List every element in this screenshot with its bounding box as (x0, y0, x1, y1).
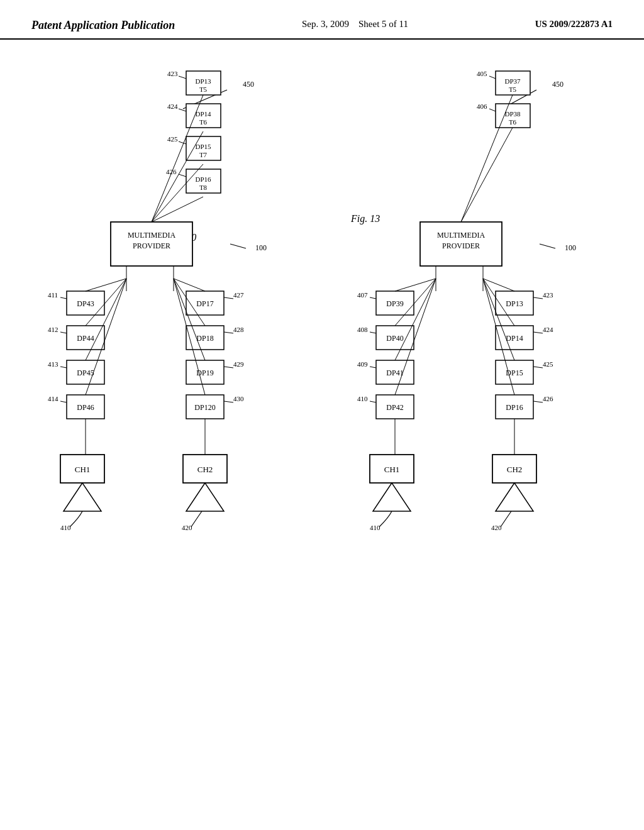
publication-title: Patent Application Publication (31, 19, 175, 32)
main-content: Fig. 10 450 DP13 T5 423 DP14 T6 424 DP15… (0, 40, 644, 813)
svg-text:DP45: DP45 (77, 368, 94, 377)
svg-text:DP16: DP16 (506, 403, 523, 412)
svg-text:425: 425 (543, 360, 553, 368)
svg-line-80 (152, 197, 203, 222)
svg-marker-139 (496, 483, 533, 511)
svg-text:DP18: DP18 (196, 334, 213, 343)
svg-text:DP38: DP38 (504, 110, 521, 118)
svg-line-7 (179, 76, 186, 79)
svg-text:423: 423 (167, 70, 178, 77)
svg-line-35 (60, 332, 67, 333)
svg-line-117 (370, 401, 376, 402)
svg-line-133 (533, 401, 543, 402)
svg-text:DP15: DP15 (195, 143, 211, 150)
svg-text:T6: T6 (509, 118, 517, 126)
svg-text:414: 414 (48, 395, 58, 402)
svg-marker-65 (186, 483, 224, 511)
svg-text:DP16: DP16 (195, 175, 211, 183)
svg-line-55 (224, 367, 233, 368)
svg-text:Fig. 13: Fig. 13 (350, 213, 380, 224)
svg-line-98 (540, 244, 555, 248)
svg-text:420: 420 (491, 524, 502, 531)
svg-text:CH2: CH2 (507, 465, 523, 474)
svg-text:410: 410 (60, 524, 71, 531)
svg-line-109 (370, 332, 376, 333)
sheet-info: Sheet 5 of 11 (358, 19, 408, 29)
svg-line-39 (60, 367, 67, 368)
svg-text:DP46: DP46 (77, 403, 94, 412)
svg-text:T5: T5 (509, 86, 517, 93)
svg-text:DP13: DP13 (195, 77, 211, 85)
svg-line-113 (370, 367, 376, 368)
svg-text:T6: T6 (199, 118, 208, 126)
fig10-svg: Fig. 10 450 DP13 T5 423 DP14 T6 424 DP15… (29, 52, 306, 807)
svg-line-24 (230, 244, 246, 248)
svg-text:100: 100 (565, 243, 576, 252)
patent-number: US 2009/222873 A1 (535, 19, 613, 30)
page-header: Patent Application Publication Sep. 3, 2… (0, 0, 644, 40)
svg-line-105 (370, 297, 376, 299)
svg-text:411: 411 (48, 291, 58, 299)
svg-text:426: 426 (543, 395, 553, 402)
svg-text:425: 425 (167, 135, 178, 143)
svg-line-47 (224, 297, 233, 299)
svg-line-121 (533, 297, 543, 299)
svg-line-22 (179, 174, 186, 177)
svg-line-59 (224, 401, 233, 402)
svg-text:DP39: DP39 (386, 299, 403, 308)
svg-text:PROVIDER: PROVIDER (133, 241, 170, 250)
svg-line-12 (179, 109, 186, 111)
svg-text:100: 100 (255, 243, 267, 252)
svg-text:426: 426 (166, 168, 177, 175)
svg-text:430: 430 (233, 395, 244, 402)
svg-text:410: 410 (370, 524, 380, 531)
svg-text:DP13: DP13 (506, 299, 523, 308)
svg-text:450: 450 (552, 80, 564, 89)
svg-text:DP37: DP37 (504, 77, 521, 85)
svg-line-43 (60, 401, 67, 402)
svg-text:408: 408 (357, 326, 368, 333)
svg-text:427: 427 (233, 291, 244, 299)
svg-line-74 (174, 279, 205, 291)
svg-text:424: 424 (167, 102, 178, 110)
fig10-diagram: Fig. 10 450 DP13 T5 423 DP14 T6 424 DP15… (29, 52, 306, 807)
svg-text:420: 420 (182, 524, 192, 531)
svg-line-148 (483, 279, 514, 291)
svg-text:412: 412 (48, 326, 58, 333)
svg-line-31 (60, 297, 67, 299)
svg-line-91 (489, 76, 496, 79)
svg-line-125 (533, 332, 543, 333)
svg-text:CH2: CH2 (197, 465, 213, 474)
svg-text:450: 450 (243, 80, 254, 89)
svg-text:T5: T5 (199, 86, 208, 93)
svg-text:DP44: DP44 (77, 334, 94, 343)
svg-line-17 (179, 141, 186, 144)
svg-text:DP40: DP40 (386, 334, 403, 343)
svg-line-155 (461, 95, 513, 222)
svg-text:CH1: CH1 (75, 465, 91, 474)
svg-text:DP42: DP42 (386, 403, 403, 412)
svg-text:407: 407 (357, 291, 368, 299)
svg-line-69 (86, 279, 126, 291)
svg-text:410: 410 (357, 395, 368, 402)
svg-text:T7: T7 (199, 151, 208, 158)
svg-text:424: 424 (543, 326, 553, 333)
fig13-svg: Fig. 13 450 DP37 T5 405 DP38 T6 406 100 … (338, 52, 615, 807)
svg-text:409: 409 (357, 360, 368, 368)
svg-text:MULTIMEDIA: MULTIMEDIA (128, 231, 176, 240)
svg-line-129 (533, 367, 543, 368)
svg-text:423: 423 (543, 291, 553, 299)
svg-text:406: 406 (477, 102, 487, 110)
svg-text:428: 428 (233, 326, 244, 333)
svg-text:MULTIMEDIA: MULTIMEDIA (437, 231, 486, 240)
svg-marker-138 (373, 483, 411, 511)
svg-text:PROVIDER: PROVIDER (442, 241, 480, 250)
svg-text:T8: T8 (199, 184, 208, 191)
svg-line-154 (461, 128, 513, 222)
svg-text:413: 413 (48, 360, 58, 368)
svg-text:DP14: DP14 (506, 334, 523, 343)
svg-line-96 (489, 109, 496, 111)
svg-text:405: 405 (477, 70, 487, 77)
svg-text:DP41: DP41 (386, 368, 403, 377)
svg-text:DP43: DP43 (77, 299, 94, 308)
